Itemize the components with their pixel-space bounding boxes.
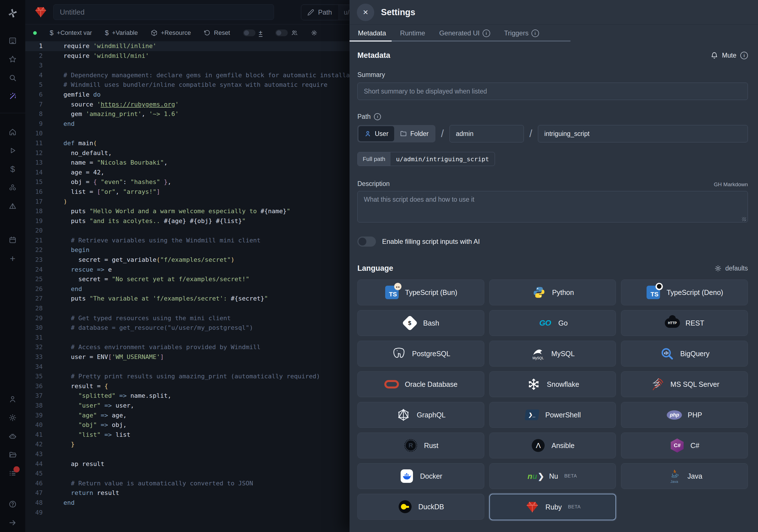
user-icon[interactable] (8, 394, 17, 404)
language-grid: TSTypeScript (Bun)PythonTSTypeScript (De… (358, 279, 748, 520)
language-option-label: BigQuery (680, 350, 709, 358)
language-option-go[interactable]: GOGo (489, 310, 616, 336)
gear-icon (714, 265, 722, 272)
language-option-php[interactable]: phpPHP (621, 402, 748, 428)
tab-runtime[interactable]: Runtime (399, 25, 426, 42)
owner-kind-folder[interactable]: Folder (394, 126, 434, 141)
tab-triggers[interactable]: Triggers (504, 25, 539, 42)
language-option-rest[interactable]: HTTPREST (621, 310, 748, 336)
ai-wand-icon[interactable] (8, 91, 17, 101)
toggle-switch[interactable] (275, 29, 288, 36)
language-option-graphql[interactable]: GraphQL (358, 402, 484, 428)
rust-icon: R (403, 438, 418, 453)
toggle-switch[interactable] (243, 29, 256, 36)
language-option-label: Snowflake (547, 380, 579, 388)
language-option-typescript-bun[interactable]: TSTypeScript (Bun) (358, 279, 484, 305)
owner-kind-user[interactable]: User (359, 126, 394, 141)
rest-icon: HTTP (665, 315, 680, 331)
language-option-label: REST (686, 319, 705, 327)
language-defaults-button[interactable]: defaults (714, 265, 748, 272)
line-number: 29 (25, 313, 43, 323)
plus-icon[interactable]: + (8, 254, 17, 263)
tab-metadata[interactable]: Metadata (358, 25, 387, 42)
language-option-c[interactable]: C#C# (621, 433, 748, 458)
language-option-typescript-deno[interactable]: TSTypeScript (Deno) (621, 279, 748, 305)
description-textarea[interactable] (358, 191, 748, 223)
language-option-ansible[interactable]: ΛAnsible (489, 433, 616, 458)
language-option-label: Python (552, 289, 574, 297)
language-option-label: TypeScript (Deno) (667, 289, 723, 297)
mute-button[interactable]: Mute (710, 52, 748, 59)
language-option-oracle-database[interactable]: Oracle Database (358, 371, 484, 397)
variables-dollar-icon[interactable]: $ (8, 164, 17, 174)
info-icon (740, 52, 748, 59)
language-option-label: PowerShell (545, 411, 581, 419)
deno-badge-icon (656, 283, 663, 290)
line-number: 21 (25, 236, 43, 245)
owner-input[interactable] (449, 125, 524, 142)
script-title-input[interactable]: Untitled (53, 4, 274, 20)
language-option-docker[interactable]: Docker (358, 463, 484, 489)
language-option-snowflake[interactable]: Snowflake (489, 371, 616, 397)
add-variable-button[interactable]: $ +Variable (105, 29, 138, 37)
help-icon[interactable] (8, 499, 17, 509)
docker-icon (399, 469, 414, 484)
markdown-hint: GH Markdown (714, 181, 748, 188)
schedules-calendar-icon[interactable] (8, 235, 17, 245)
line-number: 23 (25, 255, 43, 265)
language-option-java[interactable]: JavaJava (621, 463, 748, 489)
ruby-language-icon (34, 6, 47, 18)
line-number: 12 (25, 148, 43, 158)
language-option-python[interactable]: Python (489, 279, 616, 305)
language-option-label: Go (558, 319, 568, 327)
language-option-mysql[interactable]: MySQLMySQL (489, 341, 616, 367)
search-icon[interactable] (8, 73, 17, 83)
language-option-rust[interactable]: RRust (358, 433, 484, 458)
language-option-postgresql[interactable]: PostgreSQL (358, 341, 484, 367)
language-option-bigquery[interactable]: BigQuery (621, 341, 748, 367)
line-number: 25 (25, 274, 43, 284)
bigquery-icon (660, 346, 674, 361)
line-number: 10 (25, 129, 43, 138)
line-number: 39 (25, 411, 43, 420)
line-number: 18 (25, 206, 43, 216)
diff-mode-toggle[interactable]: ± (243, 29, 262, 37)
summary-input[interactable] (358, 83, 748, 100)
add-context-var-button[interactable]: $ +Context var (50, 29, 92, 37)
script-name-input[interactable] (538, 125, 748, 142)
tab-generated-ui[interactable]: Generated UI (438, 25, 491, 42)
language-option-nu[interactable]: nu❯NuBETA (489, 463, 616, 489)
resources-cubes-icon[interactable] (8, 183, 17, 193)
line-number: 41 (25, 430, 43, 440)
language-option-bash[interactable]: $Bash (358, 310, 484, 336)
expand-arrow-icon[interactable] (8, 518, 17, 527)
line-number: 26 (25, 284, 43, 294)
language-option-duckdb[interactable]: DuckDB (358, 494, 484, 520)
language-option-powershell[interactable]: ❯_PowerShell (489, 402, 616, 428)
close-button[interactable]: × (357, 4, 374, 21)
language-option-label: MySQL (551, 350, 575, 358)
go-icon: GO (537, 315, 553, 331)
home-icon[interactable] (8, 127, 17, 137)
runs-play-icon[interactable] (8, 146, 17, 155)
line-number: 7 (25, 100, 43, 110)
line-number: 32 (25, 342, 43, 352)
audit-logs-icon[interactable] (8, 469, 17, 478)
workers-robot-icon[interactable] (8, 431, 17, 441)
apps-icon[interactable] (8, 36, 17, 46)
reset-button[interactable]: Reset (204, 29, 230, 37)
settings-gear-icon[interactable] (8, 413, 17, 422)
collaboration-toggle[interactable] (275, 29, 298, 36)
php-icon: php (667, 407, 682, 422)
language-option-ruby[interactable]: RubyBETA (489, 494, 616, 520)
language-option-ms-sql-server[interactable]: MS SQL Server (621, 371, 748, 397)
star-icon[interactable] (8, 54, 17, 64)
triage-prism-icon[interactable] (8, 201, 17, 211)
ai-fill-toggle[interactable] (358, 236, 376, 247)
line-number: 27 (25, 294, 43, 303)
editor-settings-button[interactable] (311, 29, 318, 36)
folder-icon (400, 130, 407, 137)
add-resource-button[interactable]: +Resource (151, 29, 191, 37)
folders-icon[interactable] (8, 450, 17, 460)
line-number: 40 (25, 420, 43, 430)
